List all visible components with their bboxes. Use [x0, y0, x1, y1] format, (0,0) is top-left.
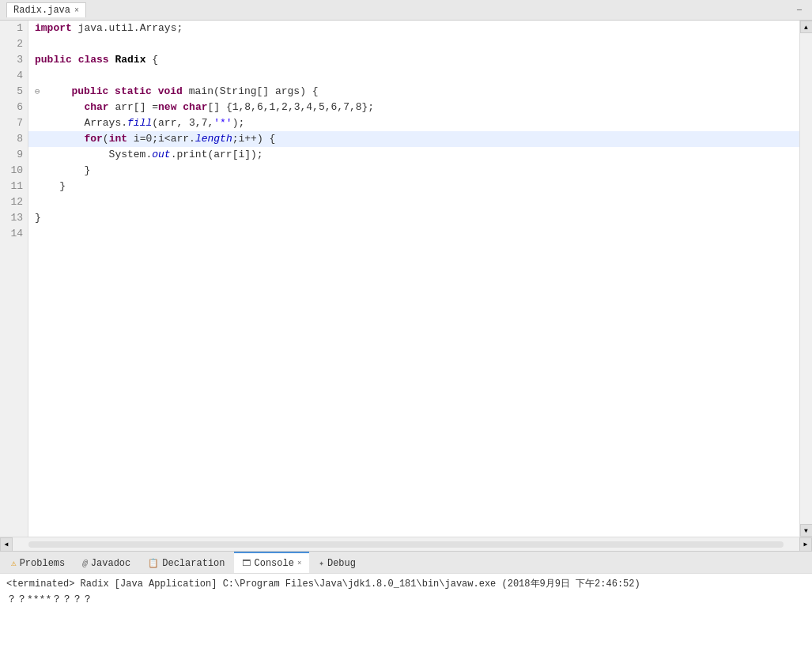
- title-bar: Radix.java × —: [0, 0, 812, 21]
- window-controls: —: [793, 4, 806, 17]
- bottom-tab-problems[interactable]: ⚠Problems: [3, 552, 73, 573]
- javadoc-tab-icon: @: [82, 559, 88, 568]
- bottom-tab-bar: ⚠Problems@Javadoc📋Declaration🗖Console×✦D…: [0, 551, 812, 573]
- code-line-9: System.out.print(arr[i]);: [28, 147, 799, 163]
- minimize-button[interactable]: —: [793, 4, 806, 17]
- code-container[interactable]: 1234567891011121314 import java.util.Arr…: [0, 21, 812, 537]
- line-number-8: 8: [0, 131, 28, 147]
- line-number-3: 3: [0, 52, 28, 68]
- console-tab-label: Console: [254, 558, 293, 569]
- scroll-track-horizontal[interactable]: [28, 541, 784, 548]
- editor-area: 1234567891011121314 import java.util.Arr…: [0, 21, 812, 551]
- bottom-tab-javadoc[interactable]: @Javadoc: [74, 552, 138, 573]
- console-tab-icon: 🗖: [242, 558, 251, 568]
- scroll-left-button[interactable]: ◀: [0, 537, 13, 552]
- vertical-scrollbar[interactable]: ▲ ▼: [799, 21, 812, 537]
- problems-tab-label: Problems: [20, 558, 66, 569]
- declaration-tab-icon: 📋: [148, 558, 159, 568]
- debug-tab-icon: ✦: [319, 558, 324, 568]
- editor-tab[interactable]: Radix.java ×: [6, 2, 86, 17]
- code-line-5: ⊖ public static void main(String[] args)…: [28, 84, 799, 100]
- scroll-right-button[interactable]: ▶: [799, 537, 812, 552]
- line-number-9: 9: [0, 147, 28, 163]
- code-line-11: }: [28, 179, 799, 194]
- code-line-7: Arrays.fill(arr, 3,7,'*');: [28, 115, 799, 131]
- line-number-13: 13: [0, 210, 28, 226]
- code-line-2: [28, 36, 799, 52]
- bottom-tab-console[interactable]: 🗖Console×: [234, 552, 309, 573]
- javadoc-tab-label: Javadoc: [91, 558, 130, 569]
- code-line-6: char arr[] =new char[] {1,8,6,1,2,3,4,5,…: [28, 100, 799, 115]
- declaration-tab-label: Declaration: [162, 558, 225, 569]
- line-number-12: 12: [0, 194, 28, 210]
- scroll-down-button[interactable]: ▼: [800, 524, 813, 537]
- console-output: ？？****？？？？: [6, 592, 806, 606]
- tab-close-icon[interactable]: ×: [74, 6, 79, 15]
- problems-tab-icon: ⚠: [11, 558, 17, 568]
- code-line-14: [28, 226, 799, 242]
- horizontal-scrollbar[interactable]: ◀ ▶: [0, 537, 812, 551]
- line-number-6: 6: [0, 100, 28, 115]
- code-line-1: import java.util.Arrays;: [28, 21, 799, 36]
- line-number-10: 10: [0, 163, 28, 179]
- line-number-4: 4: [0, 68, 28, 84]
- code-line-4: [28, 68, 799, 84]
- line-number-5: 5: [0, 84, 28, 100]
- console-tab-close[interactable]: ×: [297, 560, 301, 567]
- code-lines[interactable]: import java.util.Arrays; public class Ra…: [28, 21, 799, 537]
- code-line-13: }: [28, 210, 799, 226]
- line-number-7: 7: [0, 115, 28, 131]
- line-number-2: 2: [0, 36, 28, 52]
- bottom-tab-debug[interactable]: ✦Debug: [311, 552, 364, 573]
- console-terminated-line: <terminated> Radix [Java Application] C:…: [6, 577, 806, 590]
- line-number-1: 1: [0, 21, 28, 36]
- line-number-11: 11: [0, 179, 28, 194]
- scroll-track-vertical[interactable]: [800, 33, 813, 524]
- scroll-up-button[interactable]: ▲: [800, 21, 813, 33]
- code-line-12: [28, 194, 799, 210]
- console-area: <terminated> Radix [Java Application] C:…: [0, 573, 812, 652]
- tab-filename: Radix.java: [13, 5, 70, 16]
- line-numbers: 1234567891011121314: [0, 21, 28, 537]
- code-line-8: for(int i=0;i<arr.length;i++) {: [28, 131, 799, 147]
- code-line-10: }: [28, 163, 799, 179]
- fold-marker-5[interactable]: ⊖: [35, 84, 45, 100]
- bottom-tab-declaration[interactable]: 📋Declaration: [140, 552, 232, 573]
- code-line-3: public class Radix {: [28, 52, 799, 68]
- debug-tab-label: Debug: [327, 558, 356, 569]
- line-number-14: 14: [0, 226, 28, 242]
